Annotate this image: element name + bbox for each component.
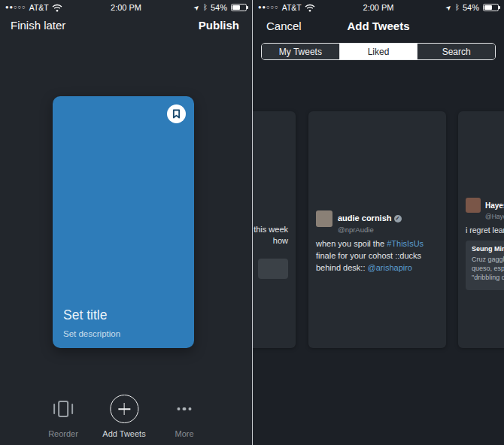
clock-label: 2:00 PM — [111, 3, 141, 12]
tweet-card-partial-left[interactable]: e this week how — [252, 111, 296, 348]
more-button[interactable]: More — [175, 395, 193, 438]
location-icon: ➤ — [445, 3, 454, 12]
battery-percent-label: 54% — [211, 3, 227, 12]
carrier-label: AT&T — [282, 3, 302, 12]
battery-percent-label: 54% — [463, 3, 479, 12]
reorder-button[interactable]: Reorder — [48, 395, 78, 438]
more-dots-icon — [177, 407, 192, 411]
reorder-icon — [53, 400, 73, 418]
signal-strength-icon: ●●○○○ — [258, 5, 279, 11]
tab-my-tweets[interactable]: My Tweets — [262, 44, 339, 59]
bookmark-icon — [172, 109, 181, 119]
more-label: More — [175, 429, 193, 438]
clock-label: 2:00 PM — [363, 3, 394, 12]
verified-badge-icon: ✓ — [394, 215, 402, 222]
status-bar: ●●○○○ AT&T 2:00 PM ➤ ᛒ 54% — [253, 0, 504, 15]
tweet-text-fragment: how — [252, 235, 288, 247]
quoted-tweet: Seung Min K Cruz gaggling queso, espe "d… — [466, 241, 504, 290]
add-plus-icon — [110, 395, 138, 423]
quoted-text-line: Cruz gaggling — [472, 255, 504, 264]
status-bar: ●●○○○ AT&T 2:00 PM ➤ ᛒ 54% — [0, 0, 252, 15]
author-name: Hayes — [485, 201, 504, 210]
source-segmented-control: My Tweets Liked Search — [261, 43, 496, 60]
tweet-text: when you spoil the #ThisIsUs finale for … — [316, 238, 439, 274]
add-tweets-screen: ●●○○○ AT&T 2:00 PM ➤ ᛒ 54% Cancel Add Tw… — [252, 0, 504, 445]
cancel-button[interactable]: Cancel — [266, 20, 302, 32]
page-title: Add Tweets — [347, 20, 409, 32]
add-tweets-label: Add Tweets — [102, 429, 145, 438]
collection-badge — [167, 104, 186, 123]
set-description-field[interactable]: Set description — [63, 329, 120, 338]
avatar — [466, 198, 481, 213]
location-icon: ➤ — [193, 3, 202, 12]
add-tweets-button[interactable]: Add Tweets — [102, 395, 145, 438]
tab-search[interactable]: Search — [417, 44, 495, 59]
compose-screen: ●●○○○ AT&T 2:00 PM ➤ ᛒ 54% Finish later … — [0, 0, 252, 445]
finish-later-button[interactable]: Finish later — [11, 19, 65, 32]
tab-liked[interactable]: Liked — [339, 44, 417, 59]
carrier-label: AT&T — [29, 3, 49, 12]
quoted-author-name: Seung Min K — [472, 245, 504, 253]
tweet-carousel: e this week how audie cornish✓ @nprAudie… — [253, 111, 504, 348]
quoted-text-line: "dribbling de — [472, 273, 504, 282]
bluetooth-icon: ᛒ — [203, 4, 208, 11]
author-name: audie cornish — [338, 213, 392, 222]
battery-icon — [483, 4, 499, 11]
wifi-icon — [52, 4, 62, 12]
wifi-icon — [305, 4, 315, 12]
quoted-text-line: queso, espe — [472, 264, 504, 273]
tweet-card-partial-right[interactable]: Hayes @Hayes i regret learn Seung Min K … — [458, 111, 504, 348]
hashtag-link: #ThisIsUs — [387, 239, 424, 248]
author-handle: @nprAudie — [338, 226, 402, 234]
tweet-text-fragment: e this week — [252, 224, 288, 235]
signal-strength-icon: ●●○○○ — [5, 5, 26, 11]
avatar — [316, 210, 332, 227]
author-handle: @Hayes — [485, 213, 504, 220]
mention-link: @arishapiro — [368, 263, 412, 272]
tweet-card[interactable]: audie cornish✓ @nprAudie when you spoil … — [308, 111, 446, 348]
partial-element — [258, 259, 288, 279]
publish-button[interactable]: Publish — [199, 19, 239, 32]
battery-icon — [231, 4, 247, 11]
bluetooth-icon: ᛒ — [455, 4, 460, 11]
tweet-text: i regret learn — [466, 224, 504, 236]
set-title-field[interactable]: Set title — [63, 307, 107, 323]
draft-collection-card[interactable]: Set title Set description — [53, 96, 194, 348]
reorder-label: Reorder — [48, 429, 78, 438]
